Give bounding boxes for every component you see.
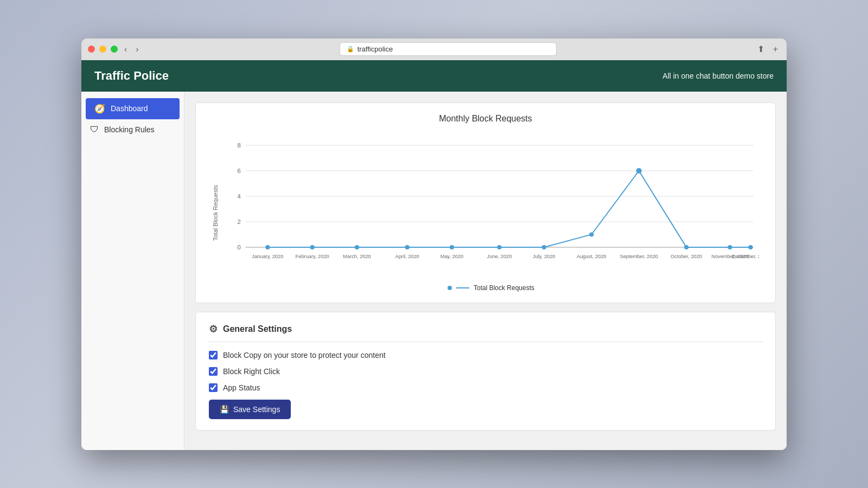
svg-point-12 bbox=[310, 245, 315, 249]
new-tab-button[interactable]: + bbox=[771, 44, 780, 54]
svg-point-21 bbox=[727, 245, 732, 249]
block-right-click-checkbox[interactable] bbox=[209, 367, 218, 376]
shield-icon: 🛡 bbox=[90, 125, 99, 134]
browser-window: ‹ › 🔒 trafficpolice ⬆ + Traffic Police A… bbox=[81, 38, 787, 450]
svg-text:October, 2020: October, 2020 bbox=[671, 254, 702, 259]
sidebar: 🧭 Dashboard 🛡 Blocking Rules bbox=[81, 92, 184, 450]
svg-point-18 bbox=[589, 232, 593, 236]
settings-header: ⚙ General Settings bbox=[209, 323, 762, 342]
svg-point-19 bbox=[636, 168, 642, 174]
address-bar[interactable]: 🔒 trafficpolice bbox=[340, 42, 557, 56]
svg-text:May, 2020: May, 2020 bbox=[441, 254, 464, 259]
app-container: Traffic Police All in one chat button de… bbox=[81, 60, 787, 450]
svg-text:March, 2020: March, 2020 bbox=[343, 254, 371, 259]
app-status-checkbox[interactable] bbox=[209, 383, 218, 392]
sidebar-label-blocking-rules: Blocking Rules bbox=[104, 125, 155, 134]
svg-text:December, 2020: December, 2020 bbox=[732, 254, 759, 259]
y-axis-label: Total Block Requests bbox=[212, 134, 219, 292]
svg-text:August, 2020: August, 2020 bbox=[577, 254, 607, 259]
app-header: Traffic Police All in one chat button de… bbox=[81, 60, 787, 92]
share-button[interactable]: ⬆ bbox=[755, 44, 767, 54]
forward-button[interactable]: › bbox=[133, 44, 141, 54]
svg-text:8: 8 bbox=[238, 142, 241, 149]
save-icon: 💾 bbox=[220, 405, 229, 414]
svg-text:4: 4 bbox=[238, 193, 241, 200]
svg-text:6: 6 bbox=[238, 168, 241, 174]
sidebar-item-dashboard[interactable]: 🧭 Dashboard bbox=[86, 98, 180, 119]
settings-container: ⚙ General Settings Block Copy on your st… bbox=[196, 312, 775, 430]
lock-icon: 🔒 bbox=[347, 46, 354, 53]
setting-row-block-right-click: Block Right Click bbox=[209, 367, 762, 376]
address-bar-area: 🔒 trafficpolice bbox=[145, 42, 751, 56]
chart-title: Monthly Block Requests bbox=[212, 114, 759, 124]
chart-area: 8 6 4 2 0 bbox=[223, 134, 759, 292]
minimize-button[interactable] bbox=[99, 46, 106, 53]
chart-container: Monthly Block Requests Total Block Reque… bbox=[196, 103, 775, 303]
block-copy-label: Block Copy on your store to protect your… bbox=[223, 351, 386, 359]
url-text: trafficpolice bbox=[358, 45, 393, 53]
chart-legend: Total Block Requests bbox=[223, 284, 759, 292]
chart-wrapper: Total Block Requests bbox=[212, 134, 759, 292]
svg-text:2: 2 bbox=[238, 219, 241, 225]
svg-point-17 bbox=[542, 245, 546, 249]
settings-card: ⚙ General Settings Block Copy on your st… bbox=[195, 312, 776, 431]
svg-point-16 bbox=[497, 245, 501, 249]
svg-text:February, 2020: February, 2020 bbox=[296, 254, 329, 259]
sidebar-label-dashboard: Dashboard bbox=[111, 104, 148, 113]
chart-card: Monthly Block Requests Total Block Reque… bbox=[195, 102, 776, 303]
block-copy-checkbox[interactable] bbox=[209, 351, 218, 359]
block-right-click-label: Block Right Click bbox=[223, 367, 280, 376]
app-status-label: App Status bbox=[223, 383, 260, 392]
dashboard-icon: 🧭 bbox=[94, 104, 105, 114]
svg-text:January, 2020: January, 2020 bbox=[252, 254, 283, 259]
back-button[interactable]: ‹ bbox=[122, 44, 129, 54]
store-name: All in one chat button demo store bbox=[662, 72, 774, 80]
app-title: Traffic Police bbox=[94, 69, 169, 83]
main-layout: 🧭 Dashboard 🛡 Blocking Rules Monthly Blo… bbox=[81, 92, 787, 450]
save-settings-button[interactable]: 💾 Save Settings bbox=[209, 400, 291, 419]
content-area: Monthly Block Requests Total Block Reque… bbox=[184, 92, 787, 450]
svg-text:April, 2020: April, 2020 bbox=[395, 254, 419, 259]
legend-line-icon bbox=[456, 287, 469, 288]
svg-point-15 bbox=[450, 245, 454, 249]
svg-point-14 bbox=[405, 245, 410, 249]
save-button-label: Save Settings bbox=[233, 405, 280, 414]
setting-row-app-status: App Status bbox=[209, 383, 762, 392]
legend-icon-dot bbox=[448, 286, 452, 290]
svg-point-20 bbox=[684, 245, 688, 249]
sidebar-item-blocking-rules[interactable]: 🛡 Blocking Rules bbox=[81, 119, 184, 140]
svg-point-11 bbox=[265, 245, 270, 249]
svg-text:June, 2020: June, 2020 bbox=[487, 254, 512, 259]
svg-point-13 bbox=[355, 245, 359, 249]
fullscreen-button[interactable] bbox=[111, 46, 118, 53]
close-button[interactable] bbox=[88, 46, 95, 53]
svg-point-22 bbox=[748, 245, 752, 249]
chart-legend-label: Total Block Requests bbox=[474, 284, 534, 292]
settings-title: General Settings bbox=[223, 324, 292, 334]
gear-icon: ⚙ bbox=[209, 323, 218, 335]
svg-text:0: 0 bbox=[238, 244, 241, 251]
setting-row-block-copy: Block Copy on your store to protect your… bbox=[209, 351, 762, 359]
chart-svg: 8 6 4 2 0 bbox=[223, 134, 759, 275]
browser-titlebar: ‹ › 🔒 trafficpolice ⬆ + bbox=[81, 38, 787, 60]
toolbar-right: ⬆ + bbox=[755, 44, 780, 54]
svg-text:July, 2020: July, 2020 bbox=[533, 254, 556, 259]
svg-text:September, 2020: September, 2020 bbox=[620, 254, 658, 259]
